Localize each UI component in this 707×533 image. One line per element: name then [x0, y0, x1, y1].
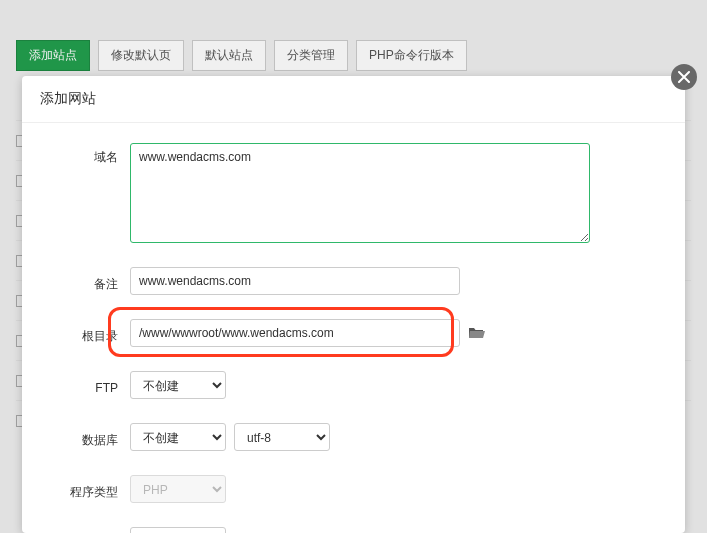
ftp-field: FTP 不创建	[50, 371, 657, 399]
domain-field: 域名 www.wendacms.com	[50, 143, 657, 243]
ptype-field: 程序类型 PHP	[50, 475, 657, 503]
folder-open-icon[interactable]	[468, 326, 486, 340]
ftp-label: FTP	[50, 375, 130, 395]
db-field: 数据库 不创建 utf-8	[50, 423, 657, 451]
remark-input[interactable]	[130, 267, 460, 295]
close-icon[interactable]	[671, 64, 697, 90]
ptype-select[interactable]: PHP	[130, 475, 226, 503]
ftp-select[interactable]: 不创建	[130, 371, 226, 399]
db-label: 数据库	[50, 426, 130, 449]
phpver-field: PHP版本 PHP-72	[50, 527, 657, 533]
ptype-label: 程序类型	[50, 478, 130, 501]
phpver-label: PHP版本	[50, 530, 130, 534]
modal-title: 添加网站	[22, 76, 685, 123]
phpver-select[interactable]: PHP-72	[130, 527, 226, 533]
root-input[interactable]	[130, 319, 460, 347]
root-field: 根目录	[50, 319, 657, 347]
domain-input[interactable]: www.wendacms.com	[130, 143, 590, 243]
db-charset-select[interactable]: utf-8	[234, 423, 330, 451]
domain-label: 域名	[50, 143, 130, 166]
remark-field: 备注	[50, 267, 657, 295]
root-label: 根目录	[50, 322, 130, 345]
add-site-modal: 添加网站 域名 www.wendacms.com 备注 根目录	[22, 76, 685, 533]
remark-label: 备注	[50, 270, 130, 293]
db-create-select[interactable]: 不创建	[130, 423, 226, 451]
